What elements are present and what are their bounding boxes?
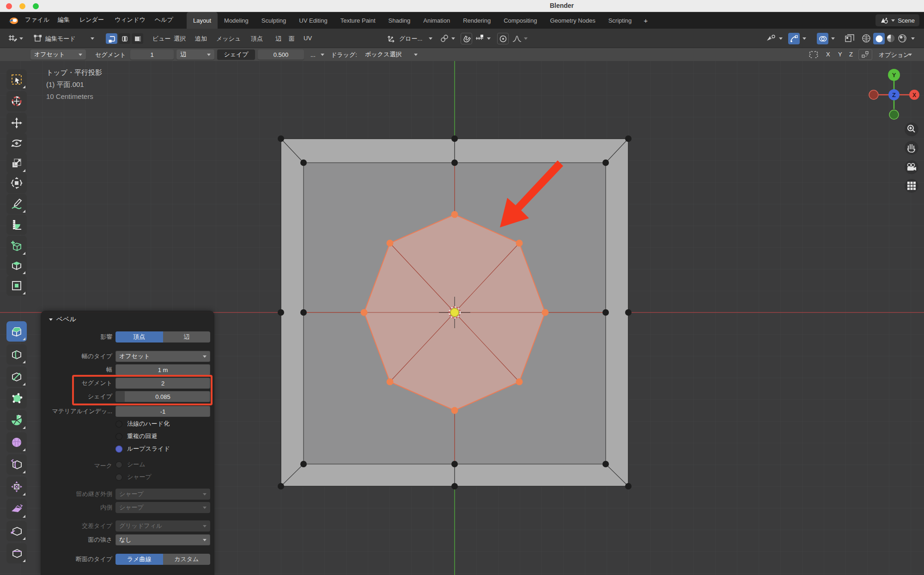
gizmo-neg-x-ball[interactable]: [869, 90, 878, 99]
falloff-curve-icon[interactable]: [512, 34, 522, 43]
tab-animation[interactable]: Animation: [417, 12, 456, 29]
tab-modeling[interactable]: Modeling: [218, 12, 255, 29]
material-index-field[interactable]: -1: [116, 406, 210, 417]
tab-texture-paint[interactable]: Texture Paint: [334, 12, 382, 29]
tool-knife[interactable]: [6, 367, 27, 387]
tab-layout[interactable]: Layout: [187, 12, 218, 29]
menu-select[interactable]: 選択: [174, 35, 186, 43]
tool-box-select[interactable]: [6, 69, 27, 90]
tool-rip-edge[interactable]: [6, 543, 27, 563]
mirror-y-toggle[interactable]: Y: [838, 51, 842, 58]
edge-select-button[interactable]: [119, 33, 130, 44]
mode-selector[interactable]: 編集モード: [45, 35, 76, 43]
tab-shading[interactable]: Shading: [382, 12, 417, 29]
tool-bevel[interactable]: [6, 321, 27, 342]
menu-window[interactable]: ウィンドウ: [115, 16, 146, 24]
visibility-eye-icon[interactable]: [766, 34, 777, 43]
tool-poly-build[interactable]: [6, 388, 27, 409]
pan-button[interactable]: [905, 141, 918, 155]
tab-uv-editing[interactable]: UV Editing: [292, 12, 334, 29]
tool-rotate[interactable]: [6, 133, 27, 153]
wireframe-icon[interactable]: [861, 34, 871, 43]
snap-target-icon[interactable]: [475, 34, 485, 43]
editor-type-icon[interactable]: [7, 34, 18, 43]
tool-scale[interactable]: [6, 153, 27, 173]
tool-smooth[interactable]: [6, 432, 27, 453]
camera-view-button[interactable]: [905, 160, 918, 174]
tool-transform[interactable]: [6, 173, 27, 193]
tool-spin[interactable]: [6, 410, 27, 430]
tab-rendering[interactable]: Rendering: [456, 12, 497, 29]
miter-inner-dropdown[interactable]: シャープ: [116, 502, 210, 513]
menu-render[interactable]: レンダー: [79, 16, 104, 24]
shape-toggle[interactable]: シェイプ: [217, 49, 255, 60]
width-type-dropdown[interactable]: オフセット: [30, 49, 86, 60]
face-select-button[interactable]: [132, 33, 143, 44]
clamp-overlap-checkbox[interactable]: 重複の回避: [116, 432, 157, 440]
tool-edge-slide[interactable]: [6, 454, 27, 475]
tab-sculpting[interactable]: Sculpting: [255, 12, 292, 29]
loop-slide-checkbox[interactable]: ループスライド: [116, 445, 170, 453]
material-shading-icon[interactable]: [886, 34, 895, 43]
affect-dropdown[interactable]: 辺: [176, 49, 214, 60]
menu-add[interactable]: 追加: [195, 35, 207, 43]
miter-outer-dropdown[interactable]: シャープ: [116, 489, 210, 500]
proportional-size-button[interactable]: [858, 49, 872, 60]
tool-measure[interactable]: [6, 214, 27, 235]
menu-file[interactable]: ファイル: [25, 16, 49, 24]
menu-edit[interactable]: 編集: [58, 16, 70, 24]
zoom-window-button[interactable]: [33, 3, 39, 9]
affect-vertices-button[interactable]: 頂点: [116, 331, 163, 343]
tool-shrink-fatten[interactable]: [6, 477, 27, 497]
profile-lame-button[interactable]: ラメ曲線: [116, 554, 163, 565]
mirror-butterfly-icon[interactable]: [808, 50, 820, 59]
menu-edge[interactable]: 辺: [275, 35, 281, 43]
vertex-select-button[interactable]: [106, 33, 117, 44]
options-dropdown[interactable]: オプション: [879, 51, 910, 59]
shape-value-field[interactable]: 0.500: [258, 49, 304, 60]
mark-sharp-checkbox[interactable]: シャープ: [116, 473, 152, 481]
menu-face[interactable]: 面: [289, 35, 295, 43]
mirror-x-toggle[interactable]: X: [826, 51, 830, 58]
menu-vertex[interactable]: 頂点: [251, 35, 263, 43]
menu-mesh[interactable]: メッシュ: [216, 35, 241, 43]
drag-mode-dropdown[interactable]: ボックス選択: [361, 49, 421, 60]
blender-logo[interactable]: [7, 15, 19, 26]
orientation-selector[interactable]: グロー...: [399, 35, 422, 43]
mirror-z-toggle[interactable]: Z: [849, 51, 853, 58]
solid-shading-button[interactable]: [873, 33, 885, 44]
tool-move[interactable]: [6, 113, 27, 133]
mark-seam-checkbox[interactable]: シーム: [116, 460, 146, 469]
tab-compositing[interactable]: Compositing: [497, 12, 543, 29]
harden-normals-checkbox[interactable]: 法線のハード化: [116, 420, 170, 428]
tab-geometry-nodes[interactable]: Geometry Nodes: [543, 12, 602, 29]
close-window-button[interactable]: [6, 3, 12, 9]
face-strength-dropdown[interactable]: なし: [116, 534, 210, 545]
tool-cursor[interactable]: [6, 91, 27, 111]
gizmo-neg-y-ball[interactable]: [889, 110, 899, 119]
snap-toggle-button[interactable]: [461, 33, 472, 44]
proportional-editing-button[interactable]: [497, 33, 509, 44]
tool-add-cube[interactable]: [6, 236, 27, 256]
width-field[interactable]: 1 m: [116, 364, 210, 375]
tab-scripting[interactable]: Scripting: [602, 12, 638, 29]
more-options-dropdown[interactable]: ...: [307, 49, 328, 60]
profile-custom-button[interactable]: カスタム: [163, 554, 211, 565]
show-gizmo-button[interactable]: [788, 33, 800, 44]
tool-annotate[interactable]: [6, 194, 27, 214]
intersection-type-dropdown[interactable]: グリッドフィル: [116, 520, 210, 532]
menu-uv[interactable]: UV: [304, 35, 312, 42]
viewport-split-icon[interactable]: [845, 34, 855, 43]
orthographic-toggle-button[interactable]: [905, 179, 918, 193]
tool-inset-faces[interactable]: [6, 275, 27, 296]
zoom-button[interactable]: [905, 122, 918, 136]
menu-help[interactable]: ヘルプ: [155, 16, 173, 24]
tool-shear[interactable]: [6, 499, 27, 519]
pivot-icon[interactable]: [440, 34, 449, 43]
add-workspace-button[interactable]: +: [638, 12, 653, 29]
width-type-dropdown[interactable]: オフセット: [116, 351, 210, 362]
minimize-window-button[interactable]: [19, 3, 25, 9]
tool-loop-cut[interactable]: [6, 344, 27, 365]
show-overlays-button[interactable]: [817, 33, 828, 44]
segments-field[interactable]: 1: [130, 49, 174, 60]
